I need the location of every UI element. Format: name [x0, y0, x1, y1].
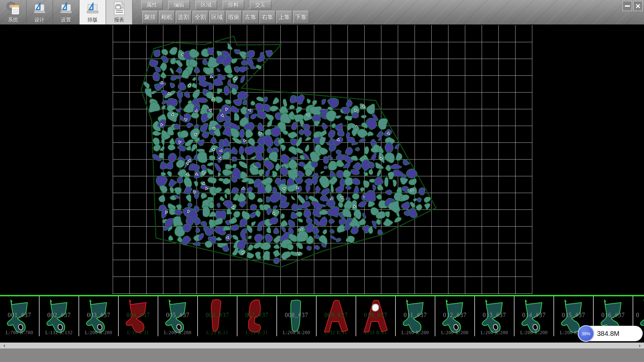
part-thumbnail[interactable]: 014_#37L:200 R:200 — [515, 296, 554, 336]
part-counts: L:33 R:33 — [356, 330, 395, 336]
main-toolbar: 系统设计设置排版报表 属性编辑区域排料交互 聚排相机选割全割区域瑕疵左靠右靠上靠… — [0, 0, 644, 25]
part-counts: L:31 R:31 — [119, 330, 158, 336]
part-thumbnail[interactable]: 009_#37L:32 R:31 — [317, 296, 356, 336]
part-thumbnail[interactable]: 006_#37L:21 R:21 — [198, 296, 237, 336]
part-thumbnail[interactable]: 001_#37L:700 R:700 — [0, 296, 40, 336]
part-thumbnail[interactable]: 003_#37L:200 R:200 — [79, 296, 119, 336]
nav-item-label: 设置 — [61, 17, 71, 23]
part-thumbnail[interactable]: 004_#37L:31 R:31 — [119, 296, 158, 336]
report-icon — [112, 1, 126, 16]
laptop-ruler-icon — [59, 1, 73, 16]
tool-button-聚排[interactable]: 聚排 — [142, 11, 158, 23]
part-counts: L:32 R:31 — [317, 330, 356, 336]
minimize-icon — [625, 5, 630, 7]
part-id: 014_#37 — [515, 312, 553, 319]
tool-button-下靠[interactable]: 下靠 — [293, 11, 309, 23]
minimize-button[interactable] — [623, 1, 632, 11]
nav-item-排版[interactable]: 排版 — [79, 0, 106, 24]
scroll-right-icon[interactable]: › — [636, 343, 643, 349]
part-id: 016_#37 — [594, 312, 633, 319]
part-counts: L:200 R:200 — [435, 330, 474, 336]
horizontal-scrollbar[interactable]: ‹ › — [0, 343, 644, 349]
part-counts: L:200 R:200 — [515, 330, 553, 336]
laptop-ruler-icon — [32, 1, 47, 16]
tool-button-全割[interactable]: 全割 — [193, 11, 208, 23]
menu-tab-区域[interactable]: 区域 — [196, 1, 217, 9]
nav-item-label: 报表 — [114, 17, 124, 23]
menu-tab-属性[interactable]: 属性 — [141, 1, 163, 9]
nav-item-报表[interactable]: 报表 — [106, 0, 132, 24]
part-counts: L:200 R:200 — [396, 330, 435, 336]
nav-item-label: 排版 — [88, 17, 98, 23]
tool-button-bar: 聚排相机选割全割区域瑕疵左靠右靠上靠下靠 — [142, 11, 310, 23]
nav-item-label: 设计 — [35, 17, 45, 23]
tool-button-右靠[interactable]: 右靠 — [260, 11, 275, 23]
part-counts: L:21 R:21 — [198, 330, 237, 336]
part-counts: L:200 R:200 — [277, 330, 316, 336]
part-counts: L:700 R:700 — [0, 330, 39, 336]
window-controls: ✕ — [623, 1, 643, 11]
part-thumbnail[interactable]: 007_#37L:31 R:31 — [237, 296, 277, 336]
part-id: 005_#37 — [158, 312, 197, 319]
nav-icon-bar: 系统设计设置排版报表 — [0, 0, 132, 24]
close-button[interactable]: ✕ — [633, 1, 643, 11]
part-id: 010_#37 — [356, 312, 395, 319]
application-window: 系统设计设置排版报表 属性编辑区域排料交互 聚排相机选割全割区域瑕疵左靠右靠上靠… — [0, 0, 644, 362]
part-id: 013_#37 — [475, 312, 514, 319]
menu-tab-排料[interactable]: 排料 — [223, 1, 244, 9]
part-counts: L:31 R:31 — [237, 330, 276, 336]
tool-button-选割[interactable]: 选割 — [176, 11, 192, 23]
part-id: 015_#37 — [554, 312, 593, 319]
part-counts: L:132 R:132 — [40, 330, 78, 336]
part-id: 006_#37 — [198, 312, 237, 319]
size-value: 384.8M — [597, 330, 620, 338]
part-id: 002_#37 — [40, 312, 78, 319]
part-id: 003_#37 — [79, 312, 118, 319]
gear-doc-icon — [6, 1, 20, 16]
nesting-canvas[interactable] — [0, 24, 644, 295]
part-thumbnail[interactable]: 013_#37L:200 R:200 — [475, 296, 515, 336]
part-thumbnail[interactable]: 012_#37L:200 R:200 — [435, 296, 475, 336]
usage-badge: 38% 384.8M — [578, 326, 643, 341]
menu-tab-交互[interactable]: 交互 — [250, 1, 271, 9]
part-id: 004_#37 — [119, 312, 158, 319]
part-id: 001_#37 — [0, 312, 39, 319]
laptop-ruler-icon — [85, 1, 100, 16]
nav-item-label: 系统 — [8, 17, 18, 23]
scroll-left-icon[interactable]: ‹ — [1, 343, 8, 349]
part-thumbnail[interactable]: 008_#37L:200 R:200 — [277, 296, 317, 336]
part-thumbnail[interactable]: 010_#37L:33 R:33 — [356, 296, 396, 336]
part-id: 012_#37 — [435, 312, 474, 319]
part-id: 009_#37 — [317, 312, 356, 319]
tool-button-左靠[interactable]: 左靠 — [243, 11, 259, 23]
part-id: 0 — [633, 312, 644, 319]
tool-button-上靠[interactable]: 上靠 — [276, 11, 292, 23]
tool-button-瑕疵[interactable]: 瑕疵 — [226, 11, 242, 23]
percent-value: 38% — [582, 331, 590, 336]
close-icon: ✕ — [635, 3, 641, 9]
part-counts: L:200 R:200 — [158, 330, 197, 336]
nav-item-设置[interactable]: 设置 — [53, 0, 79, 24]
part-thumbnail[interactable]: 011_#37L:200 R:200 — [396, 296, 435, 336]
parts-thumbnail-strip: 001_#37L:700 R:700002_#37L:132 R:132003_… — [0, 296, 644, 336]
percent-indicator: 38% — [578, 325, 594, 342]
menu-tab-bar: 属性编辑区域排料交互 — [141, 1, 277, 9]
status-bar — [0, 349, 644, 362]
part-thumbnail[interactable]: 002_#37L:132 R:132 — [40, 296, 79, 336]
menu-tab-编辑[interactable]: 编辑 — [168, 1, 190, 9]
part-id: 011_#37 — [396, 312, 435, 319]
tool-button-区域[interactable]: 区域 — [209, 11, 225, 23]
nav-item-设计[interactable]: 设计 — [26, 0, 53, 24]
part-counts: L:200 R:200 — [475, 330, 514, 336]
nav-item-系统[interactable]: 系统 — [0, 0, 26, 24]
part-id: 008_#37 — [277, 312, 316, 319]
part-id: 007_#37 — [237, 312, 276, 319]
tool-button-相机[interactable]: 相机 — [159, 11, 175, 23]
part-counts: L:200 R:200 — [79, 330, 118, 336]
part-thumbnail[interactable]: 005_#37L:200 R:200 — [158, 296, 198, 336]
